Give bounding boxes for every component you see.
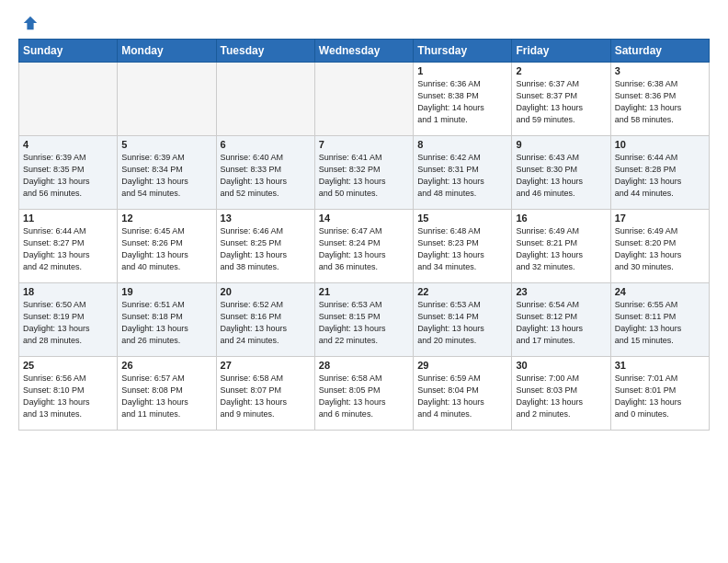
calendar-body: 1Sunrise: 6:36 AM Sunset: 8:38 PM Daylig…	[19, 63, 710, 431]
calendar-cell: 29Sunrise: 6:59 AM Sunset: 8:04 PM Dayli…	[414, 357, 512, 431]
day-number: 1	[417, 65, 507, 76]
day-number: 29	[417, 360, 507, 371]
day-number: 7	[319, 139, 409, 150]
calendar-cell: 26Sunrise: 6:57 AM Sunset: 8:08 PM Dayli…	[118, 357, 216, 431]
day-number: 27	[221, 360, 311, 371]
day-info: Sunrise: 6:56 AM Sunset: 8:10 PM Dayligh…	[23, 373, 113, 420]
calendar-cell: 16Sunrise: 6:49 AM Sunset: 8:21 PM Dayli…	[512, 210, 610, 283]
dow-header-friday: Friday	[512, 40, 610, 63]
day-number: 11	[23, 213, 113, 224]
day-info: Sunrise: 6:48 AM Sunset: 8:23 PM Dayligh…	[417, 225, 507, 273]
day-info: Sunrise: 6:42 AM Sunset: 8:31 PM Dayligh…	[417, 152, 507, 200]
day-number: 16	[516, 213, 606, 224]
dow-header-tuesday: Tuesday	[216, 40, 314, 63]
day-info: Sunrise: 6:49 AM Sunset: 8:20 PM Dayligh…	[615, 225, 705, 273]
day-info: Sunrise: 6:39 AM Sunset: 8:35 PM Dayligh…	[23, 152, 113, 200]
day-number: 14	[319, 213, 409, 224]
calendar-cell: 27Sunrise: 6:58 AM Sunset: 8:07 PM Dayli…	[216, 357, 314, 431]
day-info: Sunrise: 6:55 AM Sunset: 8:11 PM Dayligh…	[615, 299, 705, 347]
calendar-cell: 13Sunrise: 6:46 AM Sunset: 8:25 PM Dayli…	[216, 210, 314, 283]
calendar-cell: 20Sunrise: 6:52 AM Sunset: 8:16 PM Dayli…	[216, 283, 314, 357]
calendar-cell: 14Sunrise: 6:47 AM Sunset: 8:24 PM Dayli…	[314, 210, 413, 283]
day-info: Sunrise: 6:40 AM Sunset: 8:33 PM Dayligh…	[221, 152, 311, 200]
calendar-cell: 21Sunrise: 6:53 AM Sunset: 8:15 PM Dayli…	[314, 283, 413, 357]
week-row-2: 4Sunrise: 6:39 AM Sunset: 8:35 PM Daylig…	[19, 136, 710, 210]
calendar-cell: 19Sunrise: 6:51 AM Sunset: 8:18 PM Dayli…	[118, 283, 216, 357]
calendar-cell	[118, 63, 216, 136]
day-info: Sunrise: 6:58 AM Sunset: 8:07 PM Dayligh…	[221, 373, 311, 420]
day-number: 20	[221, 286, 311, 297]
day-number: 24	[615, 286, 705, 297]
day-info: Sunrise: 6:41 AM Sunset: 8:32 PM Dayligh…	[319, 152, 409, 200]
calendar-cell: 23Sunrise: 6:54 AM Sunset: 8:12 PM Dayli…	[512, 283, 610, 357]
calendar-cell: 18Sunrise: 6:50 AM Sunset: 8:19 PM Dayli…	[19, 283, 118, 357]
day-info: Sunrise: 6:43 AM Sunset: 8:30 PM Dayligh…	[516, 152, 606, 200]
day-info: Sunrise: 6:37 AM Sunset: 8:37 PM Dayligh…	[516, 78, 606, 126]
calendar-cell	[19, 63, 118, 136]
day-info: Sunrise: 6:45 AM Sunset: 8:26 PM Dayligh…	[121, 225, 211, 273]
day-info: Sunrise: 6:53 AM Sunset: 8:14 PM Dayligh…	[417, 299, 507, 347]
day-info: Sunrise: 6:46 AM Sunset: 8:25 PM Dayligh…	[221, 225, 311, 273]
page: SundayMondayTuesdayWednesdayThursdayFrid…	[0, 0, 728, 563]
day-info: Sunrise: 6:47 AM Sunset: 8:24 PM Dayligh…	[319, 225, 409, 273]
day-info: Sunrise: 6:50 AM Sunset: 8:19 PM Dayligh…	[23, 299, 113, 347]
dow-header-saturday: Saturday	[610, 40, 709, 63]
dow-header-monday: Monday	[118, 40, 216, 63]
week-row-1: 1Sunrise: 6:36 AM Sunset: 8:38 PM Daylig…	[19, 63, 710, 136]
day-number: 12	[121, 213, 211, 224]
day-number: 15	[417, 213, 507, 224]
day-number: 3	[615, 65, 705, 76]
day-number: 13	[221, 213, 311, 224]
calendar-cell: 31Sunrise: 7:01 AM Sunset: 8:01 PM Dayli…	[610, 357, 709, 431]
day-number: 5	[121, 139, 211, 150]
day-number: 28	[319, 360, 409, 371]
day-info: Sunrise: 6:51 AM Sunset: 8:18 PM Dayligh…	[121, 299, 211, 347]
calendar: SundayMondayTuesdayWednesdayThursdayFrid…	[18, 39, 710, 431]
days-of-week-row: SundayMondayTuesdayWednesdayThursdayFrid…	[19, 40, 710, 63]
calendar-cell	[216, 63, 314, 136]
day-info: Sunrise: 6:53 AM Sunset: 8:15 PM Dayligh…	[319, 299, 409, 347]
calendar-cell: 7Sunrise: 6:41 AM Sunset: 8:32 PM Daylig…	[314, 136, 413, 210]
calendar-cell: 11Sunrise: 6:44 AM Sunset: 8:27 PM Dayli…	[19, 210, 118, 283]
calendar-cell: 10Sunrise: 6:44 AM Sunset: 8:28 PM Dayli…	[610, 136, 709, 210]
day-number: 31	[615, 360, 705, 371]
day-number: 9	[516, 139, 606, 150]
calendar-cell	[314, 63, 413, 136]
week-row-5: 25Sunrise: 6:56 AM Sunset: 8:10 PM Dayli…	[19, 357, 710, 431]
dow-header-thursday: Thursday	[414, 40, 512, 63]
day-number: 4	[23, 139, 113, 150]
calendar-cell: 15Sunrise: 6:48 AM Sunset: 8:23 PM Dayli…	[414, 210, 512, 283]
calendar-cell: 24Sunrise: 6:55 AM Sunset: 8:11 PM Dayli…	[610, 283, 709, 357]
day-number: 30	[516, 360, 606, 371]
calendar-cell: 5Sunrise: 6:39 AM Sunset: 8:34 PM Daylig…	[118, 136, 216, 210]
calendar-cell: 1Sunrise: 6:36 AM Sunset: 8:38 PM Daylig…	[414, 63, 512, 136]
logo-text	[18, 15, 39, 31]
day-info: Sunrise: 6:57 AM Sunset: 8:08 PM Dayligh…	[121, 373, 211, 420]
day-number: 6	[221, 139, 311, 150]
day-number: 22	[417, 286, 507, 297]
day-number: 2	[516, 65, 606, 76]
day-info: Sunrise: 6:44 AM Sunset: 8:27 PM Dayligh…	[23, 225, 113, 273]
day-info: Sunrise: 6:39 AM Sunset: 8:34 PM Dayligh…	[121, 152, 211, 200]
week-row-4: 18Sunrise: 6:50 AM Sunset: 8:19 PM Dayli…	[19, 283, 710, 357]
day-info: Sunrise: 6:49 AM Sunset: 8:21 PM Dayligh…	[516, 225, 606, 273]
day-number: 18	[23, 286, 113, 297]
day-number: 10	[615, 139, 705, 150]
calendar-cell: 4Sunrise: 6:39 AM Sunset: 8:35 PM Daylig…	[19, 136, 118, 210]
calendar-cell: 28Sunrise: 6:58 AM Sunset: 8:05 PM Dayli…	[314, 357, 413, 431]
logo-icon	[22, 15, 39, 31]
dow-header-wednesday: Wednesday	[314, 40, 413, 63]
calendar-cell: 6Sunrise: 6:40 AM Sunset: 8:33 PM Daylig…	[216, 136, 314, 210]
dow-header-sunday: Sunday	[19, 40, 118, 63]
calendar-cell: 17Sunrise: 6:49 AM Sunset: 8:20 PM Dayli…	[610, 210, 709, 283]
calendar-cell: 3Sunrise: 6:38 AM Sunset: 8:36 PM Daylig…	[610, 63, 709, 136]
day-info: Sunrise: 6:59 AM Sunset: 8:04 PM Dayligh…	[417, 373, 507, 420]
day-number: 26	[121, 360, 211, 371]
calendar-cell: 9Sunrise: 6:43 AM Sunset: 8:30 PM Daylig…	[512, 136, 610, 210]
day-info: Sunrise: 6:44 AM Sunset: 8:28 PM Dayligh…	[615, 152, 705, 200]
day-number: 21	[319, 286, 409, 297]
day-number: 23	[516, 286, 606, 297]
day-info: Sunrise: 6:54 AM Sunset: 8:12 PM Dayligh…	[516, 299, 606, 347]
day-info: Sunrise: 7:00 AM Sunset: 8:03 PM Dayligh…	[516, 373, 606, 420]
day-info: Sunrise: 6:58 AM Sunset: 8:05 PM Dayligh…	[319, 373, 409, 420]
